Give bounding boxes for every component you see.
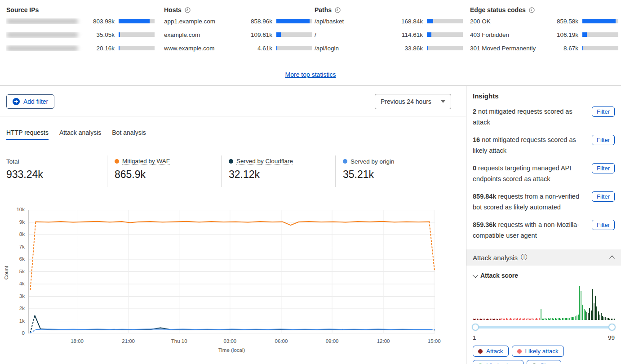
histogram-bar xyxy=(556,319,557,320)
histogram-bar xyxy=(543,319,544,320)
histogram-bar xyxy=(477,319,478,320)
top-stats-row[interactable]: /114.61k xyxy=(315,28,463,41)
histogram-bar xyxy=(575,316,576,320)
top-stats-row[interactable]: 803.98k xyxy=(6,14,155,28)
series-color-dot xyxy=(229,159,233,164)
top-stats-row-value: 35.05k xyxy=(85,31,115,38)
top-stats-row-name: /api/login xyxy=(315,45,393,52)
redacted-ip xyxy=(6,45,78,51)
histogram-bar xyxy=(511,319,512,320)
histogram-bar xyxy=(509,319,510,320)
x-axis-tick: 21:00 xyxy=(115,338,142,344)
analytics-tabs: HTTP requests Attack analysis Bot analys… xyxy=(6,129,146,140)
histogram-bar xyxy=(474,319,475,320)
top-stats-row[interactable]: 20.16k xyxy=(6,41,155,55)
top-stats-row-value: 109.61k xyxy=(243,31,272,38)
attack-score-toggle[interactable]: Attack score xyxy=(473,272,615,279)
histogram-bar xyxy=(596,306,597,320)
histogram-bar xyxy=(524,318,525,320)
top-stats-row[interactable]: 35.05k xyxy=(6,28,155,41)
top-stats-row[interactable]: 200 OK859.58k xyxy=(470,14,618,28)
chart-plot-area[interactable] xyxy=(28,210,435,333)
histogram-bar xyxy=(522,319,523,320)
more-top-statistics-link[interactable]: More top statistics xyxy=(285,71,336,78)
x-axis-tick: 18:00 xyxy=(64,338,91,344)
histogram-bar xyxy=(552,318,553,320)
info-icon: ⓘ xyxy=(521,253,527,262)
histogram-bar xyxy=(562,318,563,320)
top-stats-row-name xyxy=(6,18,85,24)
time-range-select[interactable]: Previous 24 hours xyxy=(375,94,451,109)
histogram-bar xyxy=(572,317,573,320)
top-stats-row-name xyxy=(6,45,85,51)
histogram-bar xyxy=(530,319,531,320)
top-stats-row-value: 803.98k xyxy=(85,18,115,25)
histogram-bar xyxy=(577,315,577,320)
top-stats-row[interactable]: www.example.com4.61k xyxy=(164,41,312,55)
top-stats-row-value: 859.58k xyxy=(549,18,578,25)
slider-handle-max[interactable] xyxy=(608,324,616,331)
insight-filter-button[interactable]: Filter xyxy=(592,107,615,117)
insight-filter-button[interactable]: Filter xyxy=(592,163,615,173)
top-stats-row[interactable]: /api/login33.86k xyxy=(315,41,463,55)
histogram-bar xyxy=(537,319,538,320)
histogram-bar xyxy=(546,319,547,320)
top-stats-row[interactable]: app1.example.com858.96k xyxy=(164,14,312,28)
summary-stat-label[interactable]: Served by Cloudflare xyxy=(229,157,335,165)
y-axis-tick: 1k xyxy=(2,318,25,324)
summary-stat-label: Total xyxy=(6,157,107,165)
histogram-bar xyxy=(582,305,583,320)
histogram-bar xyxy=(541,309,541,320)
attack-score-histogram[interactable] xyxy=(473,286,615,320)
y-axis-tick: 3k xyxy=(2,293,25,299)
insight-filter-button[interactable]: Filter xyxy=(592,135,615,145)
slider-track[interactable] xyxy=(474,326,614,328)
x-axis-tick: 06:00 xyxy=(268,338,295,344)
histogram-bar xyxy=(497,319,498,320)
legend-pill-clean[interactable]: Clean xyxy=(527,360,561,364)
legend-pill-likely-clean[interactable]: Likely clean xyxy=(473,360,523,364)
histogram-bar xyxy=(503,319,504,320)
insight-filter-button[interactable]: Filter xyxy=(592,220,615,230)
summary-stats-row: Total933.24kMitigated by WAF865.9kServed… xyxy=(0,155,466,187)
histogram-bar xyxy=(493,319,494,320)
tab-attack-analysis[interactable]: Attack analysis xyxy=(59,129,101,140)
top-stats-row-name: app1.example.com xyxy=(164,18,243,25)
top-stats-row[interactable]: /api/basket168.84k xyxy=(315,14,463,28)
histogram-bar xyxy=(499,319,500,320)
histogram-bar xyxy=(563,318,564,320)
legend-pill-attack[interactable]: Attack xyxy=(473,346,509,357)
top-stats-row[interactable]: example.com109.61k xyxy=(164,28,312,41)
tab-http-requests[interactable]: HTTP requests xyxy=(6,129,49,140)
top-stats-column: Hostsapp1.example.com858.96kexample.com1… xyxy=(164,5,312,55)
histogram-bar xyxy=(479,319,479,320)
slider-handle-min[interactable] xyxy=(472,324,479,331)
top-stats-column-title: Paths xyxy=(315,5,463,14)
histogram-bar xyxy=(608,318,609,320)
histogram-bar xyxy=(536,318,537,320)
top-stats-bar xyxy=(119,32,155,37)
top-stats-bar xyxy=(276,46,312,50)
summary-stat-label[interactable]: Mitigated by WAF xyxy=(115,157,221,165)
histogram-bar xyxy=(528,318,528,320)
add-filter-button[interactable]: Add filter xyxy=(6,94,54,109)
histogram-bar xyxy=(513,319,514,320)
top-stats-row[interactable]: 301 Moved Permanently8.67k xyxy=(470,41,618,55)
top-stats-column-title: Edge status codes xyxy=(470,5,618,14)
top-stats-row[interactable]: 403 Forbidden106.19k xyxy=(470,28,618,41)
chevron-up-icon xyxy=(609,255,615,261)
histogram-bar xyxy=(605,317,606,320)
histogram-bar xyxy=(486,319,487,320)
x-axis-tick: 03:00 xyxy=(217,338,244,344)
histogram-bar xyxy=(542,319,543,320)
y-axis-tick: 5k xyxy=(2,269,25,274)
legend-pill-likely-attack[interactable]: Likely attack xyxy=(512,346,564,357)
top-stats-bar xyxy=(119,19,155,23)
top-stats-column-title: Hosts xyxy=(164,5,312,14)
histogram-bar xyxy=(488,319,489,320)
histogram-bar xyxy=(520,318,521,320)
history-clock-icon xyxy=(185,7,191,13)
insight-filter-button[interactable]: Filter xyxy=(592,191,615,202)
tab-bot-analysis[interactable]: Bot analysis xyxy=(112,129,146,140)
attack-analysis-section-header[interactable]: Attack analysis ⓘ xyxy=(466,249,621,266)
